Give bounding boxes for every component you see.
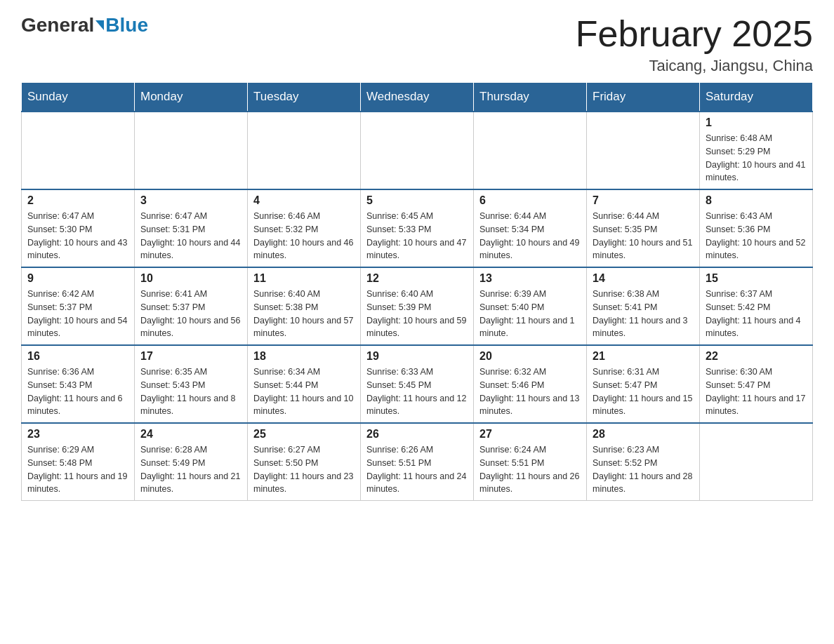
calendar-week-row: 16Sunrise: 6:36 AMSunset: 5:43 PMDayligh…: [22, 345, 813, 423]
calendar-day-cell: 5Sunrise: 6:45 AMSunset: 5:33 PMDaylight…: [361, 189, 474, 267]
day-info: Sunrise: 6:36 AMSunset: 5:43 PMDaylight:…: [27, 365, 128, 418]
day-info: Sunrise: 6:44 AMSunset: 5:34 PMDaylight:…: [479, 210, 581, 262]
calendar-day-cell: 8Sunrise: 6:43 AMSunset: 5:36 PMDaylight…: [700, 189, 813, 267]
calendar-day-cell: [474, 112, 587, 189]
page-header: General Blue February 2025 Taicang, Jian…: [21, 14, 813, 75]
day-number: 8: [706, 194, 807, 207]
day-info: Sunrise: 6:47 AMSunset: 5:31 PMDaylight:…: [140, 210, 241, 262]
calendar-day-cell: 3Sunrise: 6:47 AMSunset: 5:31 PMDaylight…: [135, 189, 248, 267]
day-number: 10: [140, 272, 241, 285]
day-number: 24: [140, 428, 241, 441]
day-number: 6: [479, 194, 581, 207]
day-number: 3: [140, 194, 241, 207]
calendar-day-cell: 12Sunrise: 6:40 AMSunset: 5:39 PMDayligh…: [361, 267, 474, 345]
day-of-week-header: Friday: [587, 83, 700, 112]
calendar-day-cell: [587, 112, 700, 189]
calendar-day-cell: 2Sunrise: 6:47 AMSunset: 5:30 PMDaylight…: [22, 189, 135, 267]
day-number: 11: [253, 272, 355, 285]
day-info: Sunrise: 6:42 AMSunset: 5:37 PMDaylight:…: [27, 288, 128, 340]
calendar-day-cell: 17Sunrise: 6:35 AMSunset: 5:43 PMDayligh…: [135, 345, 248, 423]
day-info: Sunrise: 6:31 AMSunset: 5:47 PMDaylight:…: [593, 365, 694, 418]
day-number: 7: [593, 194, 694, 207]
logo-general-text: General: [21, 14, 94, 36]
day-number: 4: [253, 194, 355, 207]
day-info: Sunrise: 6:23 AMSunset: 5:52 PMDaylight:…: [593, 443, 694, 496]
logo: General Blue: [21, 14, 148, 36]
calendar-day-cell: [700, 423, 813, 501]
calendar-day-cell: 20Sunrise: 6:32 AMSunset: 5:46 PMDayligh…: [474, 345, 587, 423]
calendar-header-row: SundayMondayTuesdayWednesdayThursdayFrid…: [22, 83, 813, 112]
calendar-day-cell: 4Sunrise: 6:46 AMSunset: 5:32 PMDaylight…: [248, 189, 361, 267]
day-info: Sunrise: 6:40 AMSunset: 5:39 PMDaylight:…: [366, 288, 468, 340]
logo-arrow-icon: [95, 20, 104, 30]
day-of-week-header: Saturday: [700, 83, 813, 112]
calendar-day-cell: 22Sunrise: 6:30 AMSunset: 5:47 PMDayligh…: [700, 345, 813, 423]
calendar-day-cell: 21Sunrise: 6:31 AMSunset: 5:47 PMDayligh…: [587, 345, 700, 423]
day-info: Sunrise: 6:40 AMSunset: 5:38 PMDaylight:…: [253, 288, 355, 340]
day-number: 13: [479, 272, 581, 285]
calendar-day-cell: 7Sunrise: 6:44 AMSunset: 5:35 PMDaylight…: [587, 189, 700, 267]
day-number: 5: [366, 194, 468, 207]
calendar-day-cell: 13Sunrise: 6:39 AMSunset: 5:40 PMDayligh…: [474, 267, 587, 345]
calendar-week-row: 2Sunrise: 6:47 AMSunset: 5:30 PMDaylight…: [22, 189, 813, 267]
day-number: 28: [593, 428, 694, 441]
day-number: 23: [27, 428, 128, 441]
day-number: 9: [27, 272, 128, 285]
day-info: Sunrise: 6:32 AMSunset: 5:46 PMDaylight:…: [479, 365, 581, 418]
calendar-day-cell: 10Sunrise: 6:41 AMSunset: 5:37 PMDayligh…: [135, 267, 248, 345]
day-info: Sunrise: 6:33 AMSunset: 5:45 PMDaylight:…: [366, 365, 468, 418]
day-info: Sunrise: 6:41 AMSunset: 5:37 PMDaylight:…: [140, 288, 241, 340]
calendar-day-cell: 1Sunrise: 6:48 AMSunset: 5:29 PMDaylight…: [700, 112, 813, 189]
day-number: 27: [479, 428, 581, 441]
calendar-day-cell: 25Sunrise: 6:27 AMSunset: 5:50 PMDayligh…: [248, 423, 361, 501]
calendar-day-cell: 28Sunrise: 6:23 AMSunset: 5:52 PMDayligh…: [587, 423, 700, 501]
day-number: 26: [366, 428, 468, 441]
logo-blue-text: Blue: [105, 14, 148, 36]
day-number: 18: [253, 350, 355, 363]
day-info: Sunrise: 6:34 AMSunset: 5:44 PMDaylight:…: [253, 365, 355, 418]
day-info: Sunrise: 6:44 AMSunset: 5:35 PMDaylight:…: [593, 210, 694, 262]
day-number: 14: [593, 272, 694, 285]
day-info: Sunrise: 6:30 AMSunset: 5:47 PMDaylight:…: [706, 365, 807, 418]
day-number: 1: [706, 116, 807, 129]
day-info: Sunrise: 6:26 AMSunset: 5:51 PMDaylight:…: [366, 443, 468, 496]
day-number: 12: [366, 272, 468, 285]
calendar-day-cell: 18Sunrise: 6:34 AMSunset: 5:44 PMDayligh…: [248, 345, 361, 423]
day-of-week-header: Thursday: [474, 83, 587, 112]
calendar-day-cell: 23Sunrise: 6:29 AMSunset: 5:48 PMDayligh…: [22, 423, 135, 501]
calendar-day-cell: 11Sunrise: 6:40 AMSunset: 5:38 PMDayligh…: [248, 267, 361, 345]
location-text: Taicang, Jiangsu, China: [576, 57, 813, 75]
day-of-week-header: Sunday: [22, 83, 135, 112]
calendar-day-cell: [22, 112, 135, 189]
day-info: Sunrise: 6:24 AMSunset: 5:51 PMDaylight:…: [479, 443, 581, 496]
calendar-day-cell: [135, 112, 248, 189]
day-number: 2: [27, 194, 128, 207]
day-info: Sunrise: 6:29 AMSunset: 5:48 PMDaylight:…: [27, 443, 128, 496]
day-info: Sunrise: 6:48 AMSunset: 5:29 PMDaylight:…: [706, 132, 807, 185]
calendar-day-cell: 27Sunrise: 6:24 AMSunset: 5:51 PMDayligh…: [474, 423, 587, 501]
day-number: 22: [706, 350, 807, 363]
day-of-week-header: Wednesday: [361, 83, 474, 112]
day-number: 21: [593, 350, 694, 363]
calendar-day-cell: 14Sunrise: 6:38 AMSunset: 5:41 PMDayligh…: [587, 267, 700, 345]
day-number: 20: [479, 350, 581, 363]
calendar-week-row: 9Sunrise: 6:42 AMSunset: 5:37 PMDaylight…: [22, 267, 813, 345]
day-info: Sunrise: 6:43 AMSunset: 5:36 PMDaylight:…: [706, 210, 807, 262]
calendar-day-cell: 24Sunrise: 6:28 AMSunset: 5:49 PMDayligh…: [135, 423, 248, 501]
day-info: Sunrise: 6:45 AMSunset: 5:33 PMDaylight:…: [366, 210, 468, 262]
title-section: February 2025 Taicang, Jiangsu, China: [576, 14, 813, 75]
month-title: February 2025: [576, 14, 813, 54]
calendar-day-cell: 26Sunrise: 6:26 AMSunset: 5:51 PMDayligh…: [361, 423, 474, 501]
day-info: Sunrise: 6:46 AMSunset: 5:32 PMDaylight:…: [253, 210, 355, 262]
day-number: 15: [706, 272, 807, 285]
calendar-table: SundayMondayTuesdayWednesdayThursdayFrid…: [21, 82, 813, 501]
calendar-day-cell: 15Sunrise: 6:37 AMSunset: 5:42 PMDayligh…: [700, 267, 813, 345]
calendar-day-cell: 6Sunrise: 6:44 AMSunset: 5:34 PMDaylight…: [474, 189, 587, 267]
day-of-week-header: Tuesday: [248, 83, 361, 112]
day-number: 16: [27, 350, 128, 363]
day-info: Sunrise: 6:27 AMSunset: 5:50 PMDaylight:…: [253, 443, 355, 496]
calendar-day-cell: 9Sunrise: 6:42 AMSunset: 5:37 PMDaylight…: [22, 267, 135, 345]
calendar-week-row: 23Sunrise: 6:29 AMSunset: 5:48 PMDayligh…: [22, 423, 813, 501]
day-number: 17: [140, 350, 241, 363]
calendar-day-cell: 16Sunrise: 6:36 AMSunset: 5:43 PMDayligh…: [22, 345, 135, 423]
